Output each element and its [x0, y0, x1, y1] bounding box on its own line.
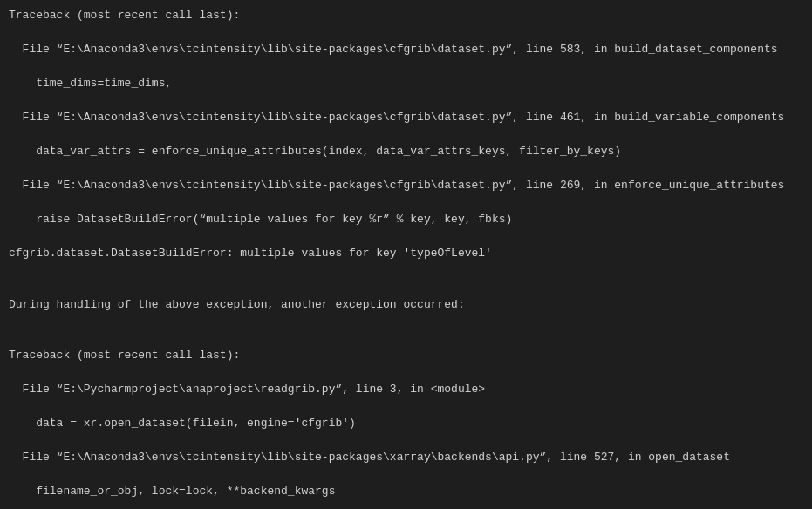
terminal-output: Traceback (most recent call last): File … — [0, 0, 812, 509]
terminal-line-13: data = xr.open_dataset(filein, engine='c… — [9, 415, 803, 432]
terminal-line-14: File “E:\Anaconda3\envs\tcintensity\lib\… — [9, 449, 803, 466]
terminal-line-4: data_var_attrs = enforce_unique_attribut… — [9, 143, 803, 160]
terminal-line-3: File “E:\Anaconda3\envs\tcintensity\lib\… — [9, 109, 803, 126]
terminal-line-2: time_dims=time_dims, — [9, 75, 803, 92]
terminal-line-11: Traceback (most recent call last): — [9, 347, 803, 364]
terminal-line-9: During handling of the above exception, … — [9, 296, 803, 314]
terminal-line-12: File “E:\Pycharmproject\anaproject\readg… — [9, 381, 803, 398]
terminal-line-5: File “E:\Anaconda3\envs\tcintensity\lib\… — [9, 177, 803, 194]
terminal-line-15: filename_or_obj, lock=lock, **backend_kw… — [9, 483, 803, 500]
terminal-line-1: File “E:\Anaconda3\envs\tcintensity\lib\… — [9, 41, 803, 58]
terminal-line-7: cfgrib.dataset.DatasetBuildError: multip… — [9, 245, 803, 262]
terminal-line-6: raise DatasetBuildError(“multiple values… — [9, 211, 803, 228]
terminal-line-0: Traceback (most recent call last): — [9, 7, 803, 24]
